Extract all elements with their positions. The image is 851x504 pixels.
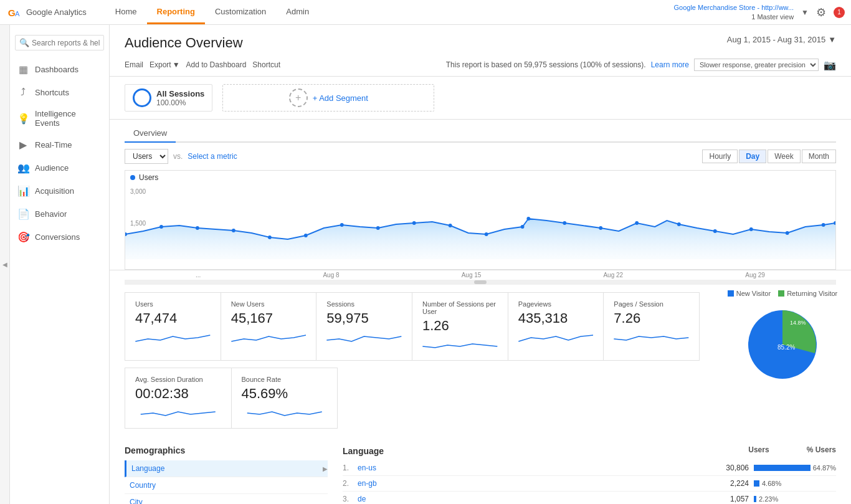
stats-grid: Users 47,474 New Users 45,167 bbox=[125, 292, 699, 360]
sidebar-toggle[interactable]: ◀ bbox=[0, 25, 10, 504]
chart-scrollbar[interactable] bbox=[125, 280, 836, 285]
stat-avg-session: Avg. Session Duration 00:02:38 bbox=[125, 368, 232, 429]
chart-point bbox=[713, 229, 717, 233]
vs-text: vs. bbox=[173, 152, 183, 161]
metric-dropdown[interactable]: Users bbox=[125, 149, 168, 164]
col-users-label: Users bbox=[748, 445, 769, 454]
nav-reporting[interactable]: Reporting bbox=[147, 0, 205, 24]
xaxis-label-aug22: Aug 22 bbox=[603, 272, 623, 278]
stat-sessions-per-user: Number of Sessions per User 1.26 bbox=[412, 292, 508, 361]
sidebar-item-conversions[interactable]: 🎯 Conversions bbox=[10, 226, 109, 249]
language-header: Language Users % Users bbox=[343, 445, 836, 457]
search-input[interactable] bbox=[32, 39, 100, 47]
export-chevron-icon: ▼ bbox=[173, 60, 180, 69]
precision-select[interactable]: Slower response, greater precision bbox=[694, 59, 819, 71]
shortcuts-icon: ⤴ bbox=[17, 87, 29, 98]
add-segment-button[interactable]: + + Add Segment bbox=[222, 84, 434, 112]
stats-row: Users 47,474 New Users 45,167 bbox=[110, 285, 851, 435]
search-box[interactable]: 🔍 bbox=[15, 35, 104, 50]
export-label: Export bbox=[150, 60, 171, 69]
top-navigation: G A Google Analytics Home Reporting Cust… bbox=[0, 0, 851, 25]
chart-point bbox=[599, 226, 602, 230]
pie-chart-svg: 85.2% 14.8% bbox=[739, 301, 826, 388]
demo-item-language[interactable]: Language ▶ bbox=[125, 460, 328, 477]
sidebar-item-audience[interactable]: 👥 Audience bbox=[10, 156, 109, 179]
pie-dot-returning-visitor bbox=[778, 290, 784, 297]
stat-new-users-value: 45,167 bbox=[231, 310, 307, 326]
chart-yaxis-mid-label: 1,500 bbox=[130, 220, 146, 227]
conversions-icon: 🎯 bbox=[17, 231, 29, 243]
col-pct-label: % Users bbox=[807, 445, 836, 454]
demo-item-city[interactable]: City bbox=[125, 494, 328, 504]
segment-pill[interactable]: All Sessions 100.00% bbox=[125, 84, 212, 112]
camera-icon[interactable]: 📷 bbox=[824, 59, 836, 71]
lang-row-link[interactable]: en-us bbox=[358, 464, 699, 472]
sidebar-item-shortcuts[interactable]: ⤴ Shortcuts bbox=[10, 81, 109, 103]
select-metric-link[interactable]: Select a metric bbox=[188, 152, 237, 161]
dropdown-icon[interactable]: ▼ bbox=[801, 8, 809, 17]
bottom-section: Demographics Language ▶ Country City Sys… bbox=[110, 445, 851, 504]
lang-row-link[interactable]: en-gb bbox=[358, 479, 699, 488]
pie-returning-pct-label: 85.2% bbox=[777, 344, 795, 351]
stat-br-sparkline bbox=[242, 406, 328, 421]
chart-point bbox=[822, 223, 825, 227]
shortcut-button[interactable]: Shortcut bbox=[252, 60, 280, 69]
stat-ps-value: 7.26 bbox=[614, 310, 689, 326]
chart-xaxis: ... Aug 8 Aug 15 Aug 22 Aug 29 bbox=[110, 270, 851, 280]
chart-point bbox=[412, 221, 416, 225]
stat-ps-label: Pages / Session bbox=[614, 300, 689, 308]
time-btn-month[interactable]: Month bbox=[802, 150, 836, 163]
nav-customization[interactable]: Customization bbox=[205, 0, 276, 24]
legend-dot bbox=[130, 175, 135, 180]
lang-row-bar bbox=[754, 496, 756, 502]
account-name: Google Merchandise Store - http://ww... bbox=[674, 3, 794, 12]
logo[interactable]: G A Google Analytics bbox=[6, 4, 87, 21]
sidebar-item-intelligence[interactable]: 💡 Intelligence Events bbox=[10, 103, 109, 133]
sidebar-item-realtime[interactable]: ▶ Real-Time bbox=[10, 133, 109, 156]
stat-users-value: 47,474 bbox=[135, 310, 211, 326]
tab-overview[interactable]: Overview bbox=[125, 125, 176, 143]
lang-row-pct: 4.68% bbox=[762, 480, 781, 487]
chart-yaxis-top: 3,000 1,500 bbox=[130, 188, 146, 227]
chart-point bbox=[526, 217, 530, 221]
xaxis-label-aug15: Aug 15 bbox=[462, 272, 482, 278]
lang-row-link[interactable]: de bbox=[358, 495, 699, 503]
action-bar-left: Email Export ▼ Add to Dashboard Shortcut bbox=[125, 60, 280, 69]
chart-area-fill bbox=[125, 219, 835, 259]
segment-info: All Sessions 100.00% bbox=[156, 89, 204, 107]
demo-language-label: Language bbox=[131, 464, 164, 473]
settings-icon[interactable]: ⚙ bbox=[816, 6, 826, 19]
nav-admin[interactable]: Admin bbox=[276, 0, 319, 24]
chart-point bbox=[268, 235, 272, 239]
behavior-icon: 📄 bbox=[17, 208, 29, 220]
add-dashboard-button[interactable]: Add to Dashboard bbox=[186, 60, 247, 69]
time-btn-hourly[interactable]: Hourly bbox=[702, 150, 738, 163]
sidebar-item-acquisition[interactable]: 📊 Acquisition bbox=[10, 179, 109, 202]
time-btn-week[interactable]: Week bbox=[768, 150, 800, 163]
date-range[interactable]: Aug 1, 2015 - Aug 31, 2015 ▼ bbox=[727, 35, 836, 44]
page-title: Audience Overview bbox=[125, 35, 243, 51]
notification-badge[interactable]: 1 bbox=[834, 7, 845, 18]
stat-new-users: New Users 45,167 bbox=[221, 292, 317, 361]
learn-more-link[interactable]: Learn more bbox=[651, 60, 689, 69]
demo-item-country[interactable]: Country bbox=[125, 477, 328, 494]
export-button[interactable]: Export ▼ bbox=[150, 60, 180, 69]
svg-text:G: G bbox=[8, 7, 16, 17]
chart-legend-label: Users bbox=[139, 173, 158, 182]
sidebar-item-behavior[interactable]: 📄 Behavior bbox=[10, 202, 109, 226]
dashboards-icon: ▦ bbox=[17, 64, 29, 75]
language-table-body: 1. en-us 30,806 64.87% 2. en-gb 2,224 4.… bbox=[343, 460, 836, 504]
sidebar-item-dashboards[interactable]: ▦ Dashboards bbox=[10, 58, 109, 81]
demo-language-arrow: ▶ bbox=[323, 465, 328, 472]
segment-pct: 100.00% bbox=[156, 98, 204, 107]
sidebar-label-acquisition: Acquisition bbox=[35, 186, 74, 196]
stat-users: Users 47,474 bbox=[125, 292, 221, 361]
lang-row-bar bbox=[754, 480, 759, 487]
top-right-controls: Google Merchandise Store - http://ww... … bbox=[674, 3, 845, 21]
sidebar-label-conversions: Conversions bbox=[35, 232, 80, 242]
realtime-icon: ▶ bbox=[17, 139, 29, 151]
email-button[interactable]: Email bbox=[125, 60, 143, 69]
stat-sessions-value: 59,975 bbox=[326, 310, 402, 326]
nav-home[interactable]: Home bbox=[105, 0, 147, 24]
time-btn-day[interactable]: Day bbox=[739, 150, 766, 163]
